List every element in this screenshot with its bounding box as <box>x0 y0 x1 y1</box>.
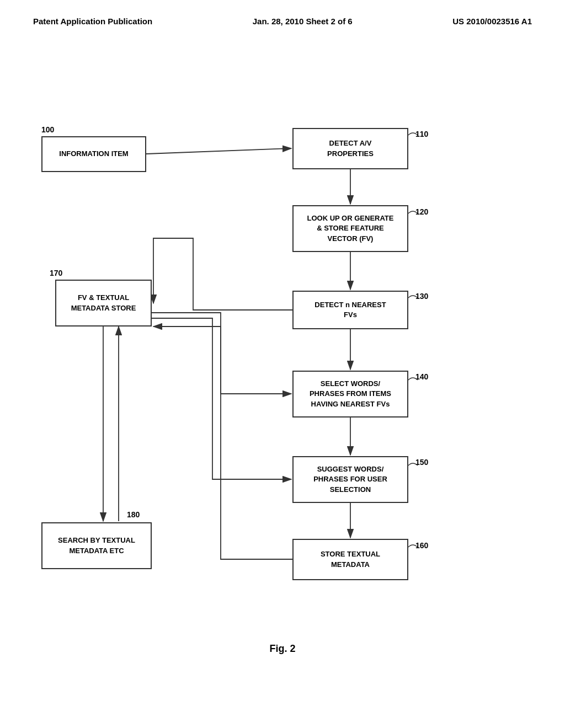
box-suggest-words: SUGGEST WORDS/ PHRASES FOR USER SELECTIO… <box>292 456 408 503</box>
label-100: 100 <box>41 125 54 134</box>
label-120: 120 <box>415 207 428 216</box>
box-look-up-generate: LOOK UP OR GENERATE & STORE FEATURE VECT… <box>292 205 408 252</box>
diagram-area: INFORMATION ITEM DETECT A/V PROPERTIES L… <box>0 42 565 677</box>
label-180: 180 <box>127 510 140 519</box>
header-right: US 2010/0023516 A1 <box>452 17 532 26</box>
box-information-item: INFORMATION ITEM <box>41 136 146 172</box>
label-130: 130 <box>415 292 428 301</box>
box-search-textual: SEARCH BY TEXTUAL METADATA ETC <box>41 522 152 569</box>
box-detect-nearest: DETECT n NEAREST FVs <box>292 291 408 329</box>
fig-label: Fig. 2 <box>0 643 565 655</box>
header: Patent Application Publication Jan. 28, … <box>0 0 565 31</box>
header-middle: Jan. 28, 2010 Sheet 2 of 6 <box>253 17 353 26</box>
label-160: 160 <box>415 541 428 550</box>
label-110: 110 <box>415 130 428 138</box>
box-fv-metadata-store: FV & TEXTUAL METADATA STORE <box>55 280 152 326</box>
label-150: 150 <box>415 458 428 467</box>
box-select-words: SELECT WORDS/ PHRASES FROM ITEMS HAVING … <box>292 371 408 417</box>
svg-line-1 <box>146 148 291 154</box>
label-170: 170 <box>50 269 62 277</box>
header-left: Patent Application Publication <box>33 17 152 26</box>
label-140: 140 <box>415 372 428 381</box>
box-detect-av: DETECT A/V PROPERTIES <box>292 128 408 169</box>
box-store-textual: STORE TEXTUAL METADATA <box>292 539 408 580</box>
